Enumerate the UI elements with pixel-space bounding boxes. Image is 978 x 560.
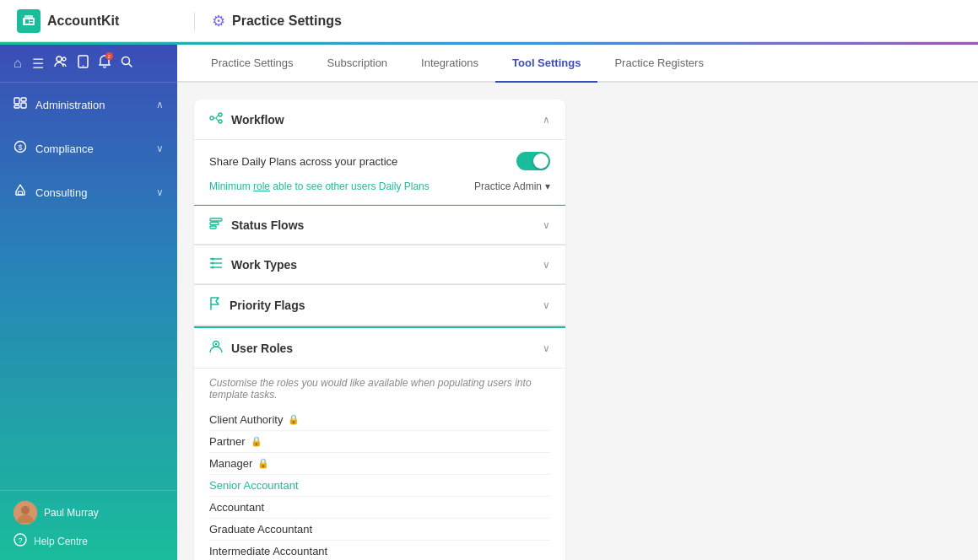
status-flows-chevron: ∨ bbox=[543, 219, 550, 231]
work-types-title: Work Types bbox=[231, 258, 297, 272]
status-flows-header-left: Status Flows bbox=[209, 218, 304, 232]
compliance-icon: $ bbox=[14, 140, 27, 157]
user-roles-header[interactable]: User Roles ∨ bbox=[194, 328, 565, 369]
consulting-chevron: ∨ bbox=[156, 186, 164, 198]
role-item-intermediate-accountant: Intermediate Accountant bbox=[209, 541, 550, 560]
share-daily-plans-toggle[interactable] bbox=[516, 152, 550, 170]
sidebar-footer: Paul Murray ? Help Centre bbox=[0, 490, 177, 560]
role-item-client-authority: Client Authority 🔒 bbox=[209, 409, 550, 431]
sidebar-item-compliance[interactable]: $ Compliance ∨ bbox=[0, 130, 177, 167]
priority-flags-header[interactable]: Priority Flags ∨ bbox=[194, 285, 565, 326]
help-centre-label: Help Centre bbox=[34, 536, 88, 547]
tab-integrations[interactable]: Integrations bbox=[404, 45, 495, 83]
work-types-header[interactable]: Work Types ∨ bbox=[194, 245, 565, 284]
sidebar-nav-icons: ⌂ ☰ 2 bbox=[0, 45, 177, 83]
svg-point-22 bbox=[219, 113, 222, 116]
role-value: Practice Admin bbox=[474, 180, 542, 192]
status-flows-header[interactable]: Status Flows ∨ bbox=[194, 206, 565, 245]
main-layout: ⌂ ☰ 2 bbox=[0, 45, 978, 560]
home-icon[interactable]: ⌂ bbox=[14, 56, 22, 71]
workflow-icon bbox=[209, 111, 223, 127]
sidebar-section-compliance: $ Compliance ∨ bbox=[0, 127, 177, 170]
sidebar-item-administration[interactable]: Administration ∧ bbox=[0, 86, 177, 123]
sidebar-section-administration: Administration ∧ bbox=[0, 83, 177, 127]
svg-point-6 bbox=[62, 57, 66, 61]
user-roles-content: Customise the roles you would like avail… bbox=[194, 369, 565, 560]
svg-rect-4 bbox=[30, 22, 33, 24]
content-area: Practice Settings Subscription Integrati… bbox=[177, 45, 978, 560]
share-daily-plans-label: Share Daily Plans across your practice bbox=[209, 155, 397, 168]
svg-rect-24 bbox=[210, 218, 222, 221]
lock-icon-manager: 🔒 bbox=[257, 458, 269, 469]
page-title: Practice Settings bbox=[232, 13, 342, 29]
sidebar: ⌂ ☰ 2 bbox=[0, 45, 177, 560]
notification-badge: 2 bbox=[105, 52, 113, 60]
workflow-content: Share Daily Plans across your practice M… bbox=[194, 140, 565, 205]
role-link[interactable]: role bbox=[253, 180, 270, 192]
svg-point-32 bbox=[212, 267, 214, 269]
tab-bar: Practice Settings Subscription Integrati… bbox=[177, 45, 978, 83]
toggle-thumb bbox=[533, 153, 548, 169]
workflow-title: Workflow bbox=[231, 113, 284, 127]
user-roles-title: User Roles bbox=[231, 342, 293, 355]
role-name-manager: Manager bbox=[209, 457, 252, 470]
svg-rect-3 bbox=[30, 19, 33, 21]
workflow-section-header: Workflow ∧ Share Daily Plans across your… bbox=[194, 100, 565, 206]
svg-point-23 bbox=[219, 120, 222, 123]
role-select[interactable]: Practice Admin ▾ bbox=[474, 180, 550, 192]
role-list: Client Authority 🔒 Partner 🔒 Manager 🔒 bbox=[209, 409, 550, 560]
svg-point-8 bbox=[82, 65, 84, 67]
role-name-graduate-accountant: Graduate Accountant bbox=[209, 523, 312, 536]
administration-icon bbox=[14, 96, 27, 113]
svg-text:?: ? bbox=[18, 536, 22, 545]
status-flows-section: Status Flows ∨ bbox=[194, 206, 565, 245]
workflow-chevron: ∧ bbox=[543, 114, 550, 126]
sidebar-item-consulting[interactable]: Consulting ∨ bbox=[0, 174, 177, 211]
role-item-manager: Manager 🔒 bbox=[209, 453, 550, 475]
consulting-icon bbox=[14, 184, 27, 201]
help-row[interactable]: ? Help Centre bbox=[14, 533, 164, 550]
tab-practice-registers[interactable]: Practice Registers bbox=[597, 45, 720, 83]
search-icon[interactable] bbox=[121, 56, 132, 71]
svg-point-31 bbox=[212, 262, 214, 265]
user-roles-description: Customise the roles you would like avail… bbox=[209, 377, 550, 401]
workflow-header-row[interactable]: Workflow ∧ bbox=[194, 100, 565, 140]
sidebar-item-compliance-left: $ Compliance bbox=[14, 140, 94, 157]
svg-rect-26 bbox=[210, 226, 216, 229]
user-row[interactable]: Paul Murray bbox=[14, 501, 164, 525]
settings-panel: Workflow ∧ Share Daily Plans across your… bbox=[194, 100, 565, 560]
role-name-client-authority: Client Authority bbox=[209, 413, 283, 426]
role-item-graduate-accountant: Graduate Accountant bbox=[209, 519, 550, 541]
priority-flags-header-left: Priority Flags bbox=[209, 297, 305, 313]
compliance-chevron: ∨ bbox=[156, 143, 164, 154]
top-header: AccountKit ⚙ Practice Settings bbox=[0, 0, 978, 42]
tablet-icon[interactable] bbox=[78, 55, 89, 72]
svg-rect-12 bbox=[21, 103, 26, 108]
svg-rect-1 bbox=[24, 15, 33, 19]
users-icon[interactable] bbox=[54, 56, 68, 71]
sidebar-item-compliance-label: Compliance bbox=[35, 143, 94, 155]
svg-rect-25 bbox=[210, 223, 219, 225]
svg-rect-2 bbox=[25, 19, 29, 24]
priority-flags-icon bbox=[209, 297, 221, 313]
user-roles-icon bbox=[209, 340, 223, 356]
role-item-partner: Partner 🔒 bbox=[209, 431, 550, 453]
tab-subscription[interactable]: Subscription bbox=[311, 45, 405, 83]
tab-practice-settings[interactable]: Practice Settings bbox=[194, 45, 311, 83]
priority-flags-section: Priority Flags ∨ bbox=[194, 285, 565, 326]
work-types-header-left: Work Types bbox=[209, 257, 297, 272]
tab-tool-settings[interactable]: Tool Settings bbox=[495, 45, 597, 83]
help-icon: ? bbox=[14, 533, 27, 550]
logo-icon bbox=[17, 9, 41, 33]
notification-icon[interactable]: 2 bbox=[99, 55, 111, 72]
minimum-role-row: Minimum role able to see other users Dai… bbox=[209, 180, 550, 192]
workflow-header-left: Workflow bbox=[209, 111, 284, 127]
priority-flags-title: Priority Flags bbox=[230, 299, 305, 312]
sidebar-section-consulting: Consulting ∨ bbox=[0, 170, 177, 214]
work-types-section: Work Types ∨ bbox=[194, 245, 565, 285]
svg-point-34 bbox=[215, 343, 217, 345]
svg-rect-13 bbox=[14, 105, 19, 108]
list-icon[interactable]: ☰ bbox=[32, 56, 44, 72]
user-name: Paul Murray bbox=[44, 507, 99, 519]
user-avatar bbox=[14, 501, 37, 525]
